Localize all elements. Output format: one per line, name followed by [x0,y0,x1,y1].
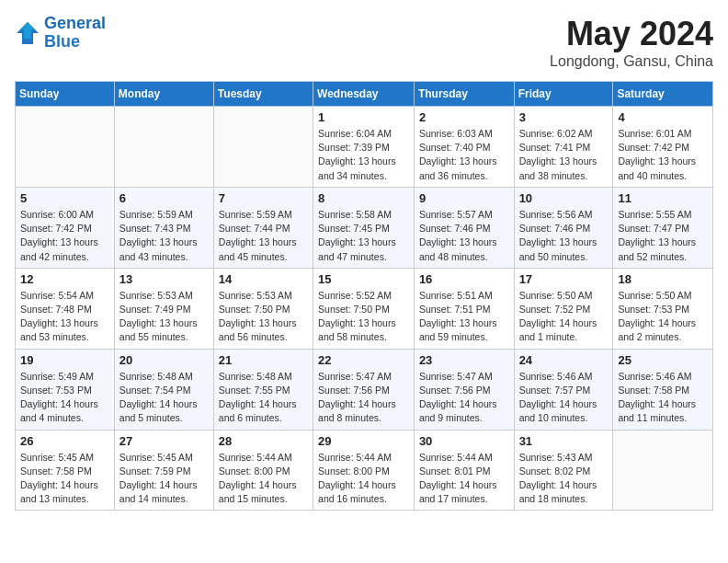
calendar-cell: 14Sunrise: 5:53 AM Sunset: 7:50 PM Dayli… [213,268,313,349]
weekday-header: Thursday [414,82,514,107]
calendar-cell [213,107,313,188]
calendar-week-row: 19Sunrise: 5:49 AM Sunset: 7:53 PM Dayli… [16,349,713,430]
day-number: 3 [519,110,609,124]
calendar-week-row: 1Sunrise: 6:04 AM Sunset: 7:39 PM Daylig… [16,107,713,188]
page-header: General Blue May 2024 Longdong, Gansu, C… [15,15,713,70]
calendar-cell: 5Sunrise: 6:00 AM Sunset: 7:42 PM Daylig… [16,187,115,268]
day-number: 22 [318,353,409,367]
location-title: Longdong, Gansu, China [550,53,713,70]
day-info: Sunrise: 5:53 AM Sunset: 7:49 PM Dayligh… [119,289,209,345]
day-info: Sunrise: 5:57 AM Sunset: 7:46 PM Dayligh… [419,208,509,264]
calendar-week-row: 5Sunrise: 6:00 AM Sunset: 7:42 PM Daylig… [16,187,713,268]
calendar-cell: 31Sunrise: 5:43 AM Sunset: 8:02 PM Dayli… [514,430,613,511]
calendar-cell: 24Sunrise: 5:46 AM Sunset: 7:57 PM Dayli… [514,349,613,430]
calendar-cell: 4Sunrise: 6:01 AM Sunset: 7:42 PM Daylig… [613,107,713,188]
day-number: 14 [219,272,308,286]
day-number: 28 [219,434,308,448]
calendar-table: SundayMondayTuesdayWednesdayThursdayFrid… [15,81,713,511]
day-number: 26 [20,434,109,448]
day-number: 25 [618,353,708,367]
day-info: Sunrise: 5:54 AM Sunset: 7:48 PM Dayligh… [20,289,109,345]
day-number: 12 [20,272,109,286]
weekday-header: Monday [114,82,213,107]
calendar-cell [114,107,213,188]
day-number: 8 [318,191,409,205]
day-info: Sunrise: 5:45 AM Sunset: 7:59 PM Dayligh… [119,451,209,507]
calendar-cell: 26Sunrise: 5:45 AM Sunset: 7:58 PM Dayli… [16,430,115,511]
day-number: 24 [519,353,609,367]
day-info: Sunrise: 5:53 AM Sunset: 7:50 PM Dayligh… [219,289,308,345]
logo-text: General Blue [44,15,106,52]
day-info: Sunrise: 5:51 AM Sunset: 7:51 PM Dayligh… [419,289,509,345]
day-number: 10 [519,191,609,205]
calendar-week-row: 26Sunrise: 5:45 AM Sunset: 7:58 PM Dayli… [16,430,713,511]
calendar-cell: 27Sunrise: 5:45 AM Sunset: 7:59 PM Dayli… [114,430,213,511]
calendar-cell: 20Sunrise: 5:48 AM Sunset: 7:54 PM Dayli… [114,349,213,430]
weekday-header: Wednesday [313,82,415,107]
calendar-cell: 16Sunrise: 5:51 AM Sunset: 7:51 PM Dayli… [414,268,514,349]
calendar-cell: 28Sunrise: 5:44 AM Sunset: 8:00 PM Dayli… [213,430,313,511]
day-number: 2 [419,110,509,124]
calendar-cell: 25Sunrise: 5:46 AM Sunset: 7:58 PM Dayli… [613,349,713,430]
calendar-cell: 7Sunrise: 5:59 AM Sunset: 7:44 PM Daylig… [213,187,313,268]
day-info: Sunrise: 5:52 AM Sunset: 7:50 PM Dayligh… [318,289,409,345]
calendar-cell: 21Sunrise: 5:48 AM Sunset: 7:55 PM Dayli… [213,349,313,430]
calendar-cell: 9Sunrise: 5:57 AM Sunset: 7:46 PM Daylig… [414,187,514,268]
calendar-cell: 3Sunrise: 6:02 AM Sunset: 7:41 PM Daylig… [514,107,613,188]
calendar-cell: 12Sunrise: 5:54 AM Sunset: 7:48 PM Dayli… [16,268,115,349]
calendar-cell: 1Sunrise: 6:04 AM Sunset: 7:39 PM Daylig… [313,107,415,188]
day-number: 21 [219,353,308,367]
day-info: Sunrise: 5:43 AM Sunset: 8:02 PM Dayligh… [519,451,609,507]
day-number: 27 [119,434,209,448]
calendar-cell: 29Sunrise: 5:44 AM Sunset: 8:00 PM Dayli… [313,430,415,511]
day-number: 29 [318,434,409,448]
day-number: 16 [419,272,509,286]
logo-general: General [44,14,106,32]
day-info: Sunrise: 5:56 AM Sunset: 7:46 PM Dayligh… [519,208,609,264]
weekday-header: Sunday [16,82,115,107]
day-info: Sunrise: 5:46 AM Sunset: 7:57 PM Dayligh… [519,370,609,426]
day-number: 18 [618,272,708,286]
calendar-cell [613,430,713,511]
calendar-cell: 2Sunrise: 6:03 AM Sunset: 7:40 PM Daylig… [414,107,514,188]
day-info: Sunrise: 5:48 AM Sunset: 7:55 PM Dayligh… [219,370,308,426]
day-info: Sunrise: 5:55 AM Sunset: 7:47 PM Dayligh… [618,208,708,264]
day-number: 9 [419,191,509,205]
day-number: 20 [119,353,209,367]
day-info: Sunrise: 5:50 AM Sunset: 7:52 PM Dayligh… [519,289,609,345]
day-number: 15 [318,272,409,286]
calendar-cell: 22Sunrise: 5:47 AM Sunset: 7:56 PM Dayli… [313,349,415,430]
logo-blue: Blue [44,33,106,52]
day-info: Sunrise: 6:03 AM Sunset: 7:40 PM Dayligh… [419,127,509,183]
day-info: Sunrise: 5:44 AM Sunset: 8:01 PM Dayligh… [419,451,509,507]
weekday-header: Saturday [613,82,713,107]
calendar-cell: 18Sunrise: 5:50 AM Sunset: 7:53 PM Dayli… [613,268,713,349]
month-title: May 2024 [550,15,713,53]
day-number: 30 [419,434,509,448]
day-info: Sunrise: 5:46 AM Sunset: 7:58 PM Dayligh… [618,370,708,426]
calendar-cell: 19Sunrise: 5:49 AM Sunset: 7:53 PM Dayli… [16,349,115,430]
day-number: 4 [618,110,708,124]
day-number: 23 [419,353,509,367]
logo-icon [15,20,40,46]
calendar-cell: 10Sunrise: 5:56 AM Sunset: 7:46 PM Dayli… [514,187,613,268]
day-number: 5 [20,191,109,205]
day-number: 31 [519,434,609,448]
day-info: Sunrise: 5:45 AM Sunset: 7:58 PM Dayligh… [20,451,109,507]
day-number: 6 [119,191,209,205]
day-number: 13 [119,272,209,286]
calendar-cell: 17Sunrise: 5:50 AM Sunset: 7:52 PM Dayli… [514,268,613,349]
day-info: Sunrise: 5:44 AM Sunset: 8:00 PM Dayligh… [318,451,409,507]
day-info: Sunrise: 5:59 AM Sunset: 7:43 PM Dayligh… [119,208,209,264]
calendar-cell [16,107,115,188]
day-number: 17 [519,272,609,286]
day-number: 11 [618,191,708,205]
logo: General Blue [15,15,106,52]
weekday-header: Tuesday [213,82,313,107]
day-number: 7 [219,191,308,205]
day-info: Sunrise: 5:47 AM Sunset: 7:56 PM Dayligh… [318,370,409,426]
day-info: Sunrise: 6:00 AM Sunset: 7:42 PM Dayligh… [20,208,109,264]
day-info: Sunrise: 5:44 AM Sunset: 8:00 PM Dayligh… [219,451,308,507]
calendar-cell: 11Sunrise: 5:55 AM Sunset: 7:47 PM Dayli… [613,187,713,268]
day-info: Sunrise: 5:59 AM Sunset: 7:44 PM Dayligh… [219,208,308,264]
